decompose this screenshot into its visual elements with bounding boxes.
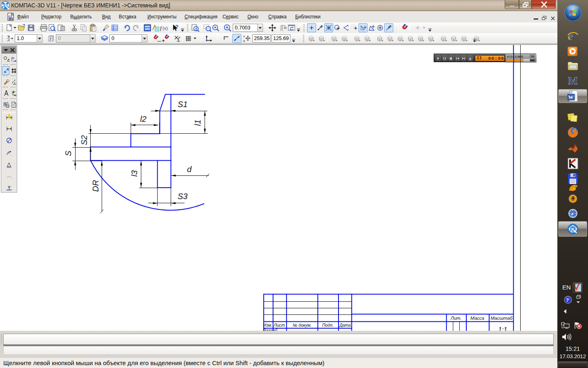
svg-text:l2: l2: [140, 114, 147, 123]
svg-text:W: W: [568, 94, 573, 100]
svg-text:(x): (x): [163, 26, 168, 31]
svg-text:Y: Y: [243, 35, 245, 38]
svg-text:S: S: [64, 150, 73, 156]
svg-text:S2: S2: [80, 135, 89, 145]
svg-text:Лит.: Лит.: [450, 316, 462, 321]
svg-text:M: M: [568, 75, 578, 86]
svg-text:Разраб.: Разраб.: [263, 328, 278, 331]
svg-text:Подп.: Подп.: [322, 323, 334, 328]
svg-text:1:1: 1:1: [498, 326, 507, 331]
svg-text:Масштаб: Масштаб: [490, 316, 512, 321]
svg-text:Изм.: Изм.: [263, 323, 272, 328]
svg-text:?: ?: [566, 297, 569, 303]
svg-text:l3: l3: [130, 170, 139, 177]
svg-text:№ докум.: № докум.: [293, 323, 312, 328]
svg-text:S3: S3: [178, 192, 187, 201]
svg-text:Масса: Масса: [470, 316, 484, 321]
svg-text:l1: l1: [193, 119, 202, 126]
svg-text:?: ?: [175, 24, 178, 30]
svg-text:S1: S1: [178, 100, 187, 109]
svg-text:d: d: [187, 165, 192, 174]
svg-text:Дата: Дата: [339, 323, 351, 328]
svg-text:DR: DR: [91, 180, 100, 192]
svg-text:Лист: Лист: [273, 323, 285, 328]
svg-text:X: X: [243, 39, 245, 43]
